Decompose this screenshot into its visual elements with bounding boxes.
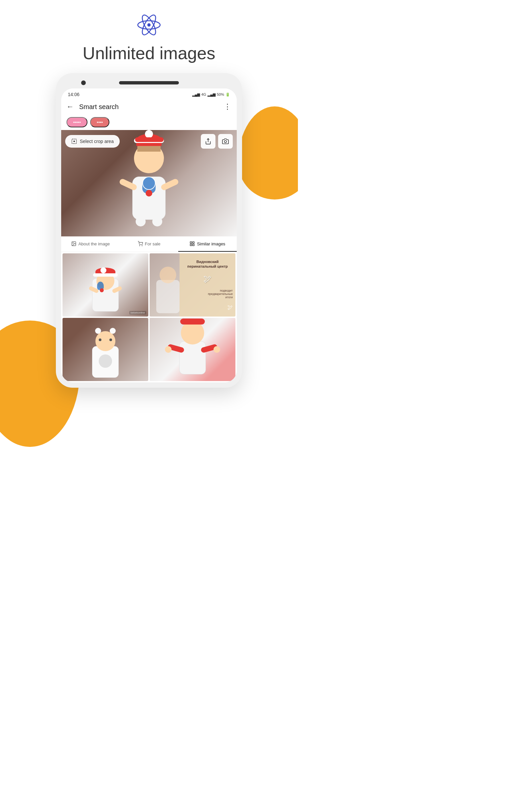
image-action-buttons bbox=[201, 134, 233, 149]
svg-point-5 bbox=[74, 141, 75, 142]
result-cell-1[interactable]: bebekonline bbox=[62, 253, 148, 317]
tab-about-image[interactable]: About the image bbox=[61, 236, 120, 252]
bird-icon: 🕊 bbox=[182, 274, 233, 284]
svg-point-7 bbox=[225, 141, 227, 143]
network-type: 4G bbox=[201, 92, 206, 96]
result-cell-4[interactable] bbox=[150, 318, 235, 381]
camera-dot bbox=[81, 80, 86, 85]
image-tab-icon bbox=[71, 241, 76, 246]
filter-row: ▪▪▪▪▪ ▪▪▪▪ bbox=[61, 114, 237, 130]
phone-screen: 14:06 ▂▄▆ 4G ▂▄▆ 50% 🔋 ← Smart search ⋮ … bbox=[61, 89, 237, 382]
share-icon bbox=[205, 138, 211, 145]
result-cell-2[interactable]: Видновский перинатальный центр 🕊 подводи… bbox=[150, 253, 235, 317]
result-2-title-line1: Видновский bbox=[182, 259, 233, 264]
back-button[interactable]: ← bbox=[66, 102, 74, 111]
more-button[interactable]: ⋮ bbox=[224, 102, 231, 111]
page-header: Unlimited images bbox=[83, 0, 215, 63]
phone-speaker bbox=[119, 81, 179, 84]
bird-icon-small: 🕊 bbox=[182, 305, 233, 310]
tab-similar-images[interactable]: Similar images bbox=[178, 236, 237, 252]
svg-rect-15 bbox=[190, 244, 192, 246]
battery-icon: 🔋 bbox=[225, 92, 230, 97]
phone-notch bbox=[61, 78, 237, 87]
app-bar: ← Smart search ⋮ bbox=[61, 99, 237, 114]
watermark-1: bebekonline bbox=[129, 311, 146, 315]
blob-top-right bbox=[238, 107, 298, 200]
cart-tab-icon bbox=[138, 241, 143, 246]
status-icons: ▂▄▆ 4G ▂▄▆ 50% 🔋 bbox=[192, 92, 230, 97]
battery-label: 50% bbox=[217, 92, 224, 96]
crop-label: Select crop area bbox=[80, 139, 114, 144]
svg-rect-14 bbox=[193, 244, 194, 246]
tab-sale-label: For sale bbox=[145, 241, 160, 246]
image-toolbar: Select crop area bbox=[65, 134, 233, 149]
crop-icon bbox=[71, 138, 77, 144]
crop-target bbox=[142, 176, 156, 190]
result-cell-3[interactable] bbox=[62, 318, 148, 381]
main-image-area: Select crop area bbox=[61, 130, 237, 236]
result-2-sub-line1: подводит bbox=[182, 289, 233, 292]
crop-button[interactable]: Select crop area bbox=[65, 135, 120, 148]
signal-icon: ▂▄▆ bbox=[192, 92, 200, 97]
svg-rect-12 bbox=[190, 242, 192, 243]
react-logo-icon bbox=[137, 13, 160, 37]
phone-mockup: 14:06 ▂▄▆ 4G ▂▄▆ 50% 🔋 ← Smart search ⋮ … bbox=[56, 73, 242, 388]
svg-rect-13 bbox=[193, 242, 194, 243]
signal-icon-2: ▂▄▆ bbox=[208, 92, 215, 97]
status-time: 14:06 bbox=[68, 92, 79, 97]
tab-similar-label: Similar images bbox=[197, 241, 225, 246]
status-bar: 14:06 ▂▄▆ 4G ▂▄▆ 50% 🔋 bbox=[61, 89, 237, 99]
result-2-sub-line3: итоги bbox=[182, 296, 233, 299]
svg-point-10 bbox=[139, 245, 140, 246]
filter-chip-1[interactable]: ▪▪▪▪▪ bbox=[66, 117, 88, 127]
svg-point-3 bbox=[147, 23, 151, 26]
tab-bar: About the image For sale Similar images bbox=[61, 236, 237, 252]
camera-icon bbox=[222, 138, 229, 145]
results-grid: bebekonline Видновский перинатальный цен… bbox=[61, 252, 237, 382]
app-bar-title: Smart search bbox=[79, 103, 224, 111]
share-button[interactable] bbox=[201, 134, 215, 149]
page-title: Unlimited images bbox=[83, 43, 215, 63]
tab-for-sale[interactable]: For sale bbox=[120, 236, 178, 252]
svg-point-9 bbox=[73, 243, 73, 243]
grid-tab-icon bbox=[190, 241, 195, 246]
result-2-sub-line2: предварительные bbox=[182, 292, 233, 296]
tab-about-label: About the image bbox=[78, 241, 110, 246]
camera-button[interactable] bbox=[218, 134, 233, 149]
filter-chip-2[interactable]: ▪▪▪▪ bbox=[90, 117, 109, 127]
result-2-title-line2: перинатальный центр bbox=[182, 264, 233, 269]
svg-point-11 bbox=[141, 245, 142, 246]
